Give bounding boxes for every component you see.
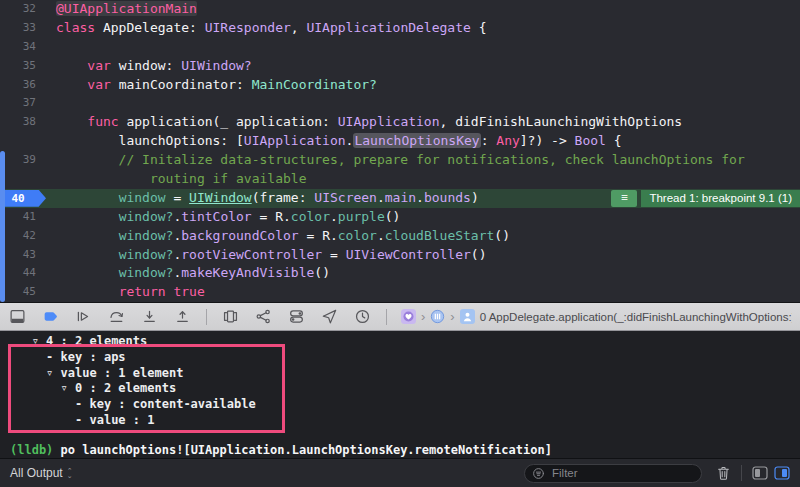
- line-number[interactable]: 36: [0, 76, 46, 95]
- drag-handle-icon: ≡: [611, 190, 637, 207]
- step-over-icon: [108, 308, 125, 325]
- code-segment: return: [119, 284, 174, 299]
- trash-icon: [716, 465, 731, 481]
- line-number[interactable]: 38: [0, 113, 46, 132]
- code-line: 43 window?.rootViewController = UIViewCo…: [0, 246, 800, 265]
- code-text[interactable]: window?.backgroundColor = R.color.cloudB…: [56, 227, 510, 246]
- simulate-location-button[interactable]: [320, 307, 339, 326]
- toolbar-separator: [386, 309, 387, 325]
- code-segment: [56, 247, 119, 262]
- line-number[interactable]: 39: [0, 151, 46, 170]
- chevron-right-icon: ›: [421, 309, 425, 324]
- stack-frame-icon[interactable]: [460, 309, 475, 324]
- debug-console[interactable]: ▿ 4 : 2 elements - key : aps ▿ value : 1…: [0, 331, 800, 458]
- code-text[interactable]: class AppDelegate: UIResponder, UIApplic…: [56, 19, 487, 38]
- code-text[interactable]: @UIApplicationMain: [56, 0, 197, 19]
- console-view-icon: [774, 466, 790, 480]
- code-segment: (frame:: [252, 190, 315, 205]
- code-segment: UIResponder: [205, 20, 291, 35]
- code-text[interactable]: var window: UIWindow?: [56, 57, 252, 76]
- console-output: ▿ 4 : 2 elements - key : aps ▿ value : 1…: [10, 334, 800, 429]
- code-text[interactable]: launchOptions: [UIApplication.LaunchOpti…: [56, 132, 622, 151]
- breakpoints-toggle-button[interactable]: [41, 307, 60, 326]
- code-segment: UIWindow?: [181, 58, 251, 73]
- thread-icon[interactable]: [430, 309, 445, 324]
- code-segment: makeKeyAndVisible: [181, 265, 314, 280]
- line-number[interactable]: 41: [0, 208, 46, 227]
- code-segment: window:: [119, 58, 182, 73]
- timeline-button[interactable]: [353, 307, 372, 326]
- code-segment: window?: [119, 209, 174, 224]
- variables-view-toggle-button[interactable]: [752, 466, 768, 480]
- code-text[interactable]: window?.rootViewController = UIViewContr…: [56, 246, 487, 265]
- breakpoint-annotation-label: Thread 1: breakpoint 9.1 (1): [641, 190, 800, 207]
- app-icon[interactable]: [401, 309, 416, 324]
- line-number[interactable]: 43: [0, 246, 46, 265]
- breakpoints-toggle-icon: [42, 308, 59, 325]
- code-segment: MainCoordinator?: [252, 77, 377, 92]
- line-number[interactable]: 42: [0, 227, 46, 246]
- code-segment: @UIApplicationMain: [56, 1, 197, 16]
- code-segment: Bool: [575, 133, 606, 148]
- line-number[interactable]: 45: [0, 283, 46, 302]
- code-segment: class: [56, 20, 103, 35]
- change-bar: [0, 151, 5, 302]
- continue-execution-icon: [75, 308, 92, 325]
- breakpoint-annotation[interactable]: ≡Thread 1: breakpoint 9.1 (1): [611, 190, 800, 207]
- line-number[interactable]: 37: [0, 94, 46, 113]
- code-segment: application(_ application:: [126, 114, 337, 129]
- code-segment: routing if available: [56, 171, 306, 186]
- code-text[interactable]: window = UIWindow(frame: UIScreen.main.b…: [56, 189, 479, 208]
- breakpoint-line-number[interactable]: 40: [0, 190, 46, 207]
- continue-execution-button[interactable]: [74, 307, 93, 326]
- code-text[interactable]: // Initalize data-structures, prepare fo…: [56, 151, 745, 170]
- simulate-location-icon: [321, 308, 338, 325]
- line-number[interactable]: 33: [0, 19, 46, 38]
- code-text[interactable]: routing if available: [56, 170, 306, 189]
- step-over-button[interactable]: [107, 307, 126, 326]
- hide-debug-area-button[interactable]: [8, 307, 27, 326]
- code-text[interactable]: var mainCoordinator: MainCoordinator?: [56, 76, 377, 95]
- code-line: 39 // Initalize data-structures, prepare…: [0, 151, 800, 170]
- line-number[interactable]: 32: [0, 0, 46, 19]
- code-editor[interactable]: 32@UIApplicationMain33class AppDelegate:…: [0, 0, 800, 302]
- code-segment: mainCoordinator:: [119, 77, 252, 92]
- code-text[interactable]: func application(_ application: UIApplic…: [56, 113, 682, 132]
- code-line: 42 window?.backgroundColor = R.color.clo…: [0, 227, 800, 246]
- code-segment: purple: [338, 209, 385, 224]
- console-line: ▿ 0 : 2 elements: [10, 381, 800, 397]
- code-segment: launchOptions: [: [56, 133, 244, 148]
- debug-memory-graph-icon: [255, 308, 272, 325]
- environment-overrides-button[interactable]: [287, 307, 306, 326]
- xcode-window: 32@UIApplicationMain33class AppDelegate:…: [0, 0, 800, 487]
- code-segment: .: [377, 190, 385, 205]
- console-filter-field[interactable]: [524, 464, 702, 483]
- code-text[interactable]: window?.tintColor = R.color.purple(): [56, 208, 400, 227]
- code-line: 37: [0, 94, 800, 113]
- stack-frame-label[interactable]: 0 AppDelegate.application(_:didFinishLau…: [480, 311, 792, 323]
- code-segment: color: [291, 209, 330, 224]
- line-number[interactable]: 35: [0, 57, 46, 76]
- code-segment: {: [606, 133, 622, 148]
- code-line: 45 return true: [0, 283, 800, 302]
- code-line: 44 window?.makeKeyAndVisible(): [0, 264, 800, 283]
- code-segment: AppDelegate:: [103, 20, 205, 35]
- code-segment: bounds: [424, 190, 471, 205]
- code-segment: =: [322, 247, 345, 262]
- step-into-button[interactable]: [140, 307, 159, 326]
- filter-input[interactable]: [550, 466, 674, 480]
- step-into-icon: [141, 308, 158, 325]
- line-number[interactable]: 44: [0, 264, 46, 283]
- output-scope-selector[interactable]: All Output ⌃⌄: [10, 466, 73, 480]
- debug-memory-graph-button[interactable]: [254, 307, 273, 326]
- line-number[interactable]: 34: [0, 38, 46, 57]
- console-view-toggle-button[interactable]: [774, 466, 790, 480]
- code-text[interactable]: window?.makeKeyAndVisible(): [56, 264, 330, 283]
- code-text[interactable]: return true: [56, 283, 205, 302]
- code-segment: UIApplicationDelegate: [306, 20, 470, 35]
- clear-console-button[interactable]: [716, 465, 731, 481]
- debug-view-hierarchy-button[interactable]: [221, 307, 240, 326]
- step-out-button[interactable]: [173, 307, 192, 326]
- code-line: 40 window = UIWindow(frame: UIScreen.mai…: [0, 189, 800, 208]
- code-segment: true: [173, 284, 204, 299]
